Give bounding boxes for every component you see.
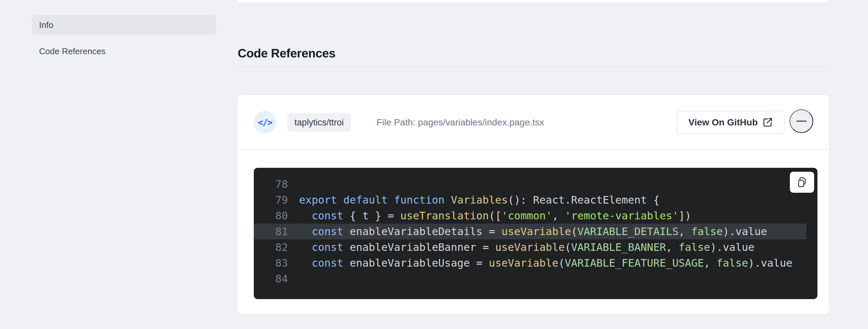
code-references-page: Info Code References Code References </>… <box>0 0 868 329</box>
code-line-text <box>288 176 299 192</box>
view-on-github-label: View On GitHub <box>688 117 758 128</box>
sidebar-item-label: Info <box>39 20 53 30</box>
divider <box>237 149 829 150</box>
sidebar-item-info[interactable]: Info <box>32 15 216 35</box>
code-line-84: 84 <box>254 271 817 287</box>
main-content: Code References </> taplytics/ttroi File… <box>237 0 829 329</box>
repo-badge: taplytics/ttroi <box>287 113 351 132</box>
file-path-label: File Path: pages/variables/index.page.ts… <box>377 113 544 132</box>
code-line-79: 79export default function Variables(): R… <box>254 192 817 208</box>
line-number: 82 <box>254 239 288 255</box>
code-line-83: 83 const enableVariableUsage = useVariab… <box>254 255 817 271</box>
code-line-text: const { t } = useTranslation(['common', … <box>288 208 691 223</box>
divider <box>237 66 829 67</box>
code-line-text: const enableVariableDetails = useVariabl… <box>288 223 767 239</box>
code-icon: </> <box>254 111 276 133</box>
external-link-icon <box>763 117 773 127</box>
copy-code-button[interactable] <box>790 172 814 193</box>
line-number: 84 <box>254 271 288 287</box>
line-number: 79 <box>254 192 288 208</box>
line-number: 81 <box>254 223 288 239</box>
code-line-text <box>288 271 299 287</box>
code-block: 7879export default function Variables():… <box>254 168 817 299</box>
line-number: 80 <box>254 208 288 223</box>
page-title: Code References <box>238 46 336 61</box>
sidebar-item-code-references[interactable]: Code References <box>32 41 216 61</box>
code-line-81: 81 const enableVariableDetails = useVari… <box>254 223 806 239</box>
code-line-78: 78 <box>254 176 817 192</box>
previous-card-bottom-edge <box>237 0 829 3</box>
line-number: 78 <box>254 176 288 192</box>
copy-icon <box>796 176 808 188</box>
code-line-80: 80 const { t } = useTranslation(['common… <box>254 208 817 223</box>
code-reference-card: </> taplytics/ttroi File Path: pages/var… <box>237 95 829 315</box>
code-line-82: 82 const enableVariableBanner = useVaria… <box>254 239 817 255</box>
sidebar-item-label: Code References <box>39 46 105 57</box>
code-line-text: const enableVariableUsage = useVariable(… <box>288 255 793 271</box>
collapse-button[interactable] <box>789 109 813 133</box>
line-number: 83 <box>254 255 288 271</box>
repo-badge-label: taplytics/ttroi <box>294 118 344 128</box>
minus-icon <box>797 120 807 122</box>
code-line-text: export default function Variables(): Rea… <box>288 192 659 208</box>
code-icon-glyph: </> <box>258 117 272 127</box>
view-on-github-button[interactable]: View On GitHub <box>677 111 785 134</box>
code-line-text: const enableVariableBanner = useVariable… <box>288 239 754 255</box>
